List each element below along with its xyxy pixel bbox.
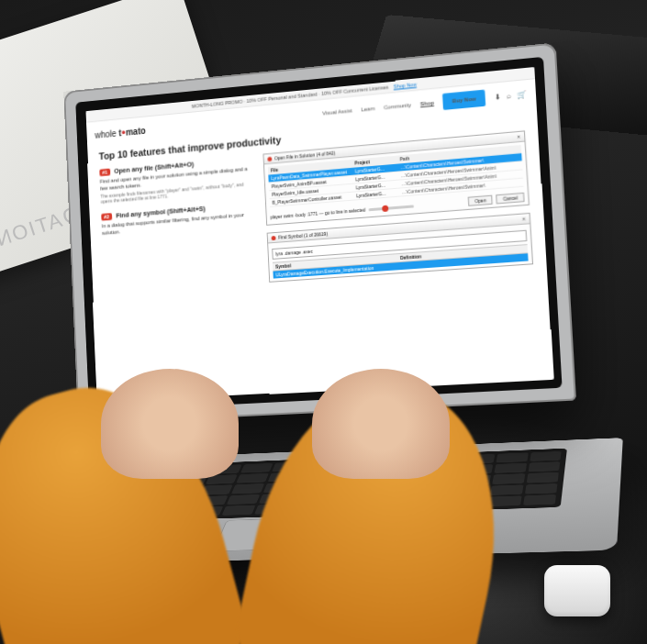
brand-logo[interactable]: whole t●mato bbox=[95, 126, 146, 140]
download-icon[interactable]: ⬇ bbox=[495, 93, 502, 102]
laptop-lid: MONTH-LONG PROMO · 10% OFF Personal and … bbox=[63, 42, 576, 425]
symbol-result-row[interactable]: ULyraDamageExecution.Execute_Implementat… bbox=[273, 253, 528, 278]
tomato-icon: ● bbox=[121, 128, 126, 137]
feature-1-badge: #1 bbox=[99, 169, 110, 177]
screen: MONTH-LONG PROMO · 10% OFF Personal and … bbox=[85, 67, 553, 403]
filter-hint: player swim -body :1771 — go to line in … bbox=[270, 207, 365, 220]
feature-2-badge: #2 bbox=[101, 214, 112, 222]
nav-shop[interactable]: Shop bbox=[420, 100, 434, 106]
promo-shop-link[interactable]: Shop Now bbox=[394, 82, 417, 89]
col-definition[interactable]: Definition bbox=[397, 245, 528, 261]
features-column: #1 Open any file (Shift+Alt+O) Find and … bbox=[99, 155, 260, 294]
close-icon[interactable]: ✕ bbox=[521, 216, 526, 221]
find-symbol-dialog: Find Symbol (1 of 26619) ✕ lyra .damage … bbox=[267, 213, 533, 283]
open-button[interactable]: Open bbox=[468, 195, 493, 206]
cancel-button[interactable]: Cancel bbox=[496, 193, 525, 205]
brand-word-2b: mato bbox=[126, 126, 146, 138]
right-hand bbox=[312, 369, 450, 479]
left-hand bbox=[101, 369, 239, 479]
cart-icon[interactable]: 🛒 bbox=[517, 90, 527, 99]
results-slider[interactable] bbox=[369, 205, 415, 211]
col-symbol[interactable]: Symbol bbox=[273, 254, 397, 271]
earbuds-case bbox=[544, 565, 610, 616]
nav-community[interactable]: Community bbox=[384, 102, 411, 110]
va-icon bbox=[267, 156, 272, 161]
screen-bezel: MONTH-LONG PROMO · 10% OFF Personal and … bbox=[75, 57, 562, 412]
nav-visual-assist[interactable]: Visual Assist bbox=[322, 108, 352, 117]
search-icon[interactable]: ⌕ bbox=[507, 91, 512, 100]
feature-2: #2 Find any symbol (Shift+Alt+S) In a di… bbox=[101, 201, 257, 238]
result-symbol: ULyraDamageExecution.Execute_Implementat… bbox=[275, 265, 374, 277]
nav-learn[interactable]: Learn bbox=[361, 105, 374, 112]
screenshots-column: Open File in Solution (4 of 842) ✕ File … bbox=[262, 130, 533, 283]
brand-word-1: whole bbox=[95, 128, 118, 139]
close-icon[interactable]: ✕ bbox=[517, 134, 520, 139]
va-icon bbox=[271, 235, 275, 239]
buy-now-button[interactable]: Buy Now bbox=[442, 90, 485, 110]
